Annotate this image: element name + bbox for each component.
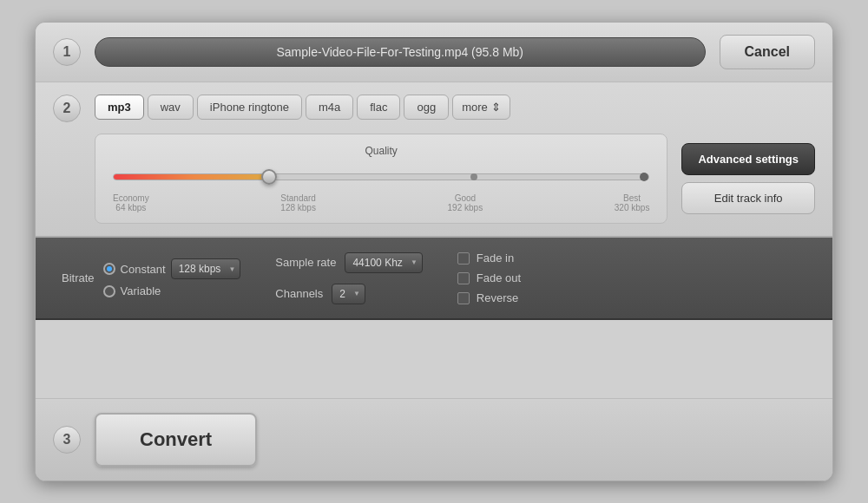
quality-wrapper: Quality: [95, 134, 667, 224]
fade-out-item[interactable]: Fade out: [457, 271, 521, 284]
variable-label: Variable: [121, 284, 161, 297]
quality-slider-container: [113, 164, 649, 190]
section-3: 3 Convert: [36, 398, 832, 480]
bitrate-label: Bitrate: [62, 271, 95, 284]
more-formats-button[interactable]: more ⇕: [452, 95, 510, 120]
file-name-pill: Sample-Video-File-For-Testing.mp4 (95.8 …: [95, 37, 706, 67]
constant-radio-dot[interactable]: [103, 263, 115, 275]
section-1: 1 Sample-Video-File-For-Testing.mp4 (95.…: [36, 23, 832, 82]
step-1-circle: 1: [53, 38, 81, 66]
bitrate-group: Bitrate Constant 128 kbps Variable: [62, 258, 240, 297]
tab-mp3[interactable]: mp3: [95, 95, 144, 120]
marker-standard: Standard 128 kbps: [280, 193, 316, 212]
channels-group: Channels 2: [275, 284, 422, 304]
advanced-settings-panel: Bitrate Constant 128 kbps Variable Sampl…: [36, 238, 832, 320]
slider-track[interactable]: [113, 173, 649, 180]
tab-ogg[interactable]: ogg: [404, 95, 449, 120]
fade-out-checkbox[interactable]: [457, 272, 470, 284]
convert-button[interactable]: Convert: [95, 413, 257, 467]
slider-dot-best: [640, 173, 648, 181]
constant-radio-item[interactable]: Constant 128 kbps: [103, 258, 241, 279]
tab-m4a[interactable]: m4a: [306, 95, 353, 120]
fade-in-label: Fade in: [477, 252, 514, 265]
tab-flac[interactable]: flac: [357, 95, 400, 120]
channels-dropdown[interactable]: 2: [332, 284, 365, 304]
slider-fill: [114, 174, 274, 180]
slider-thumb[interactable]: [261, 169, 277, 185]
fade-in-item[interactable]: Fade in: [457, 252, 521, 265]
quality-label: Quality: [113, 145, 649, 157]
channels-value: 2: [339, 288, 345, 300]
marker-good: Good 192 kbps: [448, 193, 483, 212]
bitrate-radio-group: Constant 128 kbps Variable: [103, 258, 241, 297]
empty-area: [36, 320, 832, 398]
fade-in-checkbox[interactable]: [457, 252, 470, 265]
sample-rate-label: Sample rate: [275, 256, 336, 269]
cancel-button[interactable]: Cancel: [720, 35, 815, 69]
fade-out-label: Fade out: [477, 271, 521, 284]
marker-best: Best 320 kbps: [615, 193, 650, 212]
right-buttons: Advanced settings Edit track info: [681, 134, 815, 224]
step-3-circle: 3: [53, 426, 81, 454]
constant-label: Constant: [121, 263, 166, 276]
tab-wav[interactable]: wav: [148, 95, 194, 120]
variable-radio-dot[interactable]: [103, 285, 115, 297]
section-2-header: 2 mp3 wav iPhone ringtone m4a flac ogg m…: [53, 95, 815, 224]
quality-markers: Economy 64 kbps Standard 128 kbps Good 1…: [113, 193, 649, 212]
reverse-label: Reverse: [477, 291, 518, 304]
edit-track-info-button[interactable]: Edit track info: [681, 182, 815, 214]
sample-rate-group: Sample rate 44100 Khz: [275, 252, 422, 273]
reverse-item[interactable]: Reverse: [457, 291, 521, 304]
format-tabs-area: mp3 wav iPhone ringtone m4a flac ogg mor…: [95, 95, 815, 224]
app-window: 1 Sample-Video-File-For-Testing.mp4 (95.…: [35, 22, 833, 481]
sample-rate-value: 44100 Khz: [352, 257, 402, 269]
marker-economy: Economy 64 kbps: [113, 193, 149, 212]
format-tabs: mp3 wav iPhone ringtone m4a flac ogg mor…: [95, 95, 815, 120]
sample-rate-dropdown[interactable]: 44100 Khz: [345, 252, 422, 273]
step-2-circle: 2: [53, 95, 81, 122]
advanced-settings-button[interactable]: Advanced settings: [681, 143, 815, 175]
bitrate-dropdown[interactable]: 128 kbps: [171, 258, 241, 279]
slider-dot-good: [470, 173, 477, 180]
tab-iphone-ringtone[interactable]: iPhone ringtone: [197, 95, 302, 120]
more-label: more: [462, 101, 488, 114]
reverse-checkbox[interactable]: [457, 292, 470, 304]
variable-radio-item[interactable]: Variable: [103, 284, 241, 297]
sample-channels-group: Sample rate 44100 Khz Channels 2: [275, 252, 422, 304]
chevron-icon: ⇕: [491, 101, 501, 114]
channels-label: Channels: [275, 287, 323, 300]
bitrate-value: 128 kbps: [179, 263, 221, 275]
quality-section: Quality: [95, 134, 667, 224]
section-2-body: Quality: [95, 134, 815, 224]
section-2: 2 mp3 wav iPhone ringtone m4a flac ogg m…: [36, 82, 832, 238]
effects-group: Fade in Fade out Reverse: [457, 252, 521, 304]
